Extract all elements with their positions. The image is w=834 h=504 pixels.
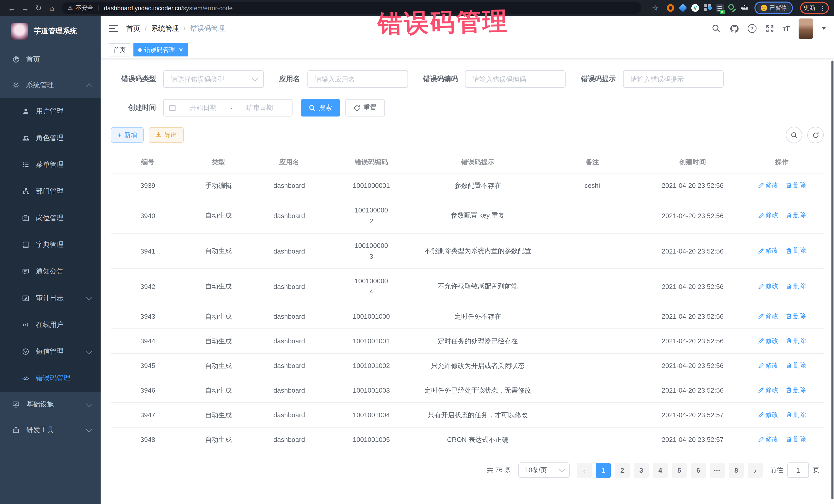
goto-page-input[interactable] <box>787 462 809 478</box>
delete-link[interactable]: 删除 <box>786 337 806 345</box>
app-logo[interactable]: 芋道管理系统 <box>0 16 101 47</box>
tab-home[interactable]: 首页 <box>109 43 130 57</box>
edit-link[interactable]: 修改 <box>758 282 778 291</box>
page-button-8[interactable]: 8 <box>729 463 744 478</box>
next-page-button[interactable]: › <box>748 463 763 478</box>
sidebar-item-users[interactable]: 用户管理 <box>0 98 101 125</box>
add-button[interactable]: + 新增 <box>111 127 144 143</box>
delete-link[interactable]: 删除 <box>786 181 806 190</box>
delete-link[interactable]: 删除 <box>786 211 806 220</box>
app-name-field[interactable] <box>307 70 408 88</box>
table-header-row: 编号 类型 应用名 错误码编码 错误码提示 备注 创建时间 操作 <box>111 151 824 173</box>
extension-v-icon[interactable]: V <box>691 4 699 12</box>
github-icon[interactable] <box>729 24 739 33</box>
fullscreen-icon[interactable] <box>765 24 774 33</box>
edit-link[interactable]: 修改 <box>758 312 778 321</box>
browser-update-button[interactable]: 更新 ⋮ <box>803 4 826 12</box>
edit-link[interactable]: 修改 <box>758 386 778 395</box>
kebab-menu-icon[interactable]: ⋮ <box>820 4 826 12</box>
start-date-placeholder[interactable]: 开始日期 <box>176 103 231 112</box>
error-msg-field[interactable] <box>623 70 723 88</box>
pager-ellipsis[interactable]: ••• <box>710 463 725 478</box>
sidebar-item-online-users[interactable]: 在线用户 <box>0 311 101 338</box>
reload-icon[interactable]: ↻ <box>32 3 45 13</box>
edit-link[interactable]: 修改 <box>758 211 778 220</box>
cell-id: 3946 <box>111 378 185 403</box>
export-button[interactable]: 导出 <box>149 127 184 143</box>
extension-key-icon[interactable] <box>728 4 736 12</box>
end-date-placeholder[interactable]: 结束日期 <box>233 103 287 112</box>
help-icon[interactable]: ? <box>748 24 756 33</box>
user-avatar[interactable] <box>798 18 813 39</box>
page-button-6[interactable]: 6 <box>691 463 706 478</box>
date-range-picker[interactable]: 开始日期 - 结束日期 <box>163 99 292 116</box>
close-icon[interactable]: ✕ <box>179 46 183 53</box>
extension-puzzle-icon[interactable] <box>741 4 748 12</box>
address-bar[interactable]: ⚠ 不安全 dashboard.yudao.iocoder.cn /system… <box>62 2 641 14</box>
delete-link[interactable]: 删除 <box>786 386 806 395</box>
profile-paused-chip[interactable]: 已暂停 <box>756 3 791 13</box>
page-button-4[interactable]: 4 <box>653 463 668 478</box>
edit-icon <box>758 283 764 289</box>
toggle-search-button[interactable] <box>786 127 802 143</box>
sidebar-item-system[interactable]: 系统管理 <box>0 72 101 98</box>
edit-link[interactable]: 修改 <box>758 337 778 345</box>
sidebar-item-dictionary[interactable]: 字典管理 <box>0 232 101 258</box>
sidebar-item-notices[interactable]: 通知公告 <box>0 258 101 285</box>
page-size-select[interactable]: 10条/页 <box>518 462 570 478</box>
extension-grid-icon[interactable] <box>704 4 711 12</box>
delete-link[interactable]: 删除 <box>786 282 806 291</box>
delete-link[interactable]: 删除 <box>786 312 806 321</box>
breadcrumb-system[interactable]: 系统管理 <box>151 24 179 33</box>
error-msg-input[interactable] <box>630 75 717 83</box>
error-type-select-input[interactable] <box>170 75 253 83</box>
tab-error-code[interactable]: 错误码管理 ✕ <box>133 43 188 57</box>
page-button-2[interactable]: 2 <box>615 463 630 478</box>
edit-link[interactable]: 修改 <box>758 411 778 419</box>
refresh-table-button[interactable] <box>807 127 824 143</box>
delete-link[interactable]: 删除 <box>786 411 806 419</box>
extension-gem-icon[interactable] <box>679 4 687 12</box>
home-icon[interactable]: ⌂ <box>45 4 59 12</box>
collapse-sidebar-icon[interactable] <box>109 25 118 32</box>
edit-link[interactable]: 修改 <box>758 435 778 444</box>
error-type-select[interactable] <box>163 70 264 88</box>
bookmark-star-icon[interactable]: ☆ <box>649 3 662 13</box>
breadcrumb-home[interactable]: 首页 <box>126 24 140 33</box>
extension-tasklist-icon[interactable]: on <box>716 4 724 12</box>
sidebar-item-label: 审计日志 <box>36 293 64 303</box>
sidebar-item-error-code[interactable]: </> 错误码管理 <box>0 365 101 392</box>
app-name-input[interactable] <box>314 75 401 83</box>
error-code-input[interactable] <box>471 75 559 83</box>
cell-msg: 只允许修改为开启或者关闭状态 <box>416 353 540 378</box>
page-button-3[interactable]: 3 <box>634 463 649 478</box>
edit-link[interactable]: 修改 <box>758 247 778 255</box>
prev-page-button[interactable]: ‹ <box>577 463 592 478</box>
sidebar-item-menus[interactable]: 菜单管理 <box>0 151 101 178</box>
error-code-field[interactable] <box>465 70 566 88</box>
edit-link[interactable]: 修改 <box>758 181 778 190</box>
back-icon[interactable]: ← <box>5 4 19 12</box>
page-button-1[interactable]: 1 <box>596 463 611 478</box>
sidebar-item-roles[interactable]: 角色管理 <box>0 125 101 151</box>
sidebar-item-departments[interactable]: 部门管理 <box>0 178 101 205</box>
sidebar-item-infrastructure[interactable]: 基础设施 <box>0 392 101 417</box>
extension-donut-icon[interactable] <box>667 4 674 12</box>
search-icon[interactable] <box>711 24 721 33</box>
font-size-icon[interactable]: TT <box>783 25 790 32</box>
sidebar-item-dev-tools[interactable]: 研发工具 <box>0 417 101 443</box>
page-button-5[interactable]: 5 <box>672 463 687 478</box>
sidebar-item-home[interactable]: 首页 <box>0 47 101 72</box>
sidebar-item-posts[interactable]: 岗位管理 <box>0 205 101 232</box>
search-button[interactable]: 搜索 <box>301 99 340 116</box>
reset-button[interactable]: 重置 <box>345 99 385 116</box>
sidebar-item-sms[interactable]: 短信管理 <box>0 338 101 365</box>
delete-link[interactable]: 删除 <box>786 361 806 370</box>
avatar-caret-icon[interactable] <box>822 27 826 30</box>
sidebar-item-audit-log[interactable]: 审计日志 <box>0 285 101 311</box>
edit-link[interactable]: 修改 <box>758 361 778 370</box>
scrollbar[interactable] <box>831 61 833 499</box>
delete-link[interactable]: 删除 <box>786 247 806 255</box>
forward-icon[interactable]: → <box>19 4 32 12</box>
delete-link[interactable]: 删除 <box>786 435 806 444</box>
